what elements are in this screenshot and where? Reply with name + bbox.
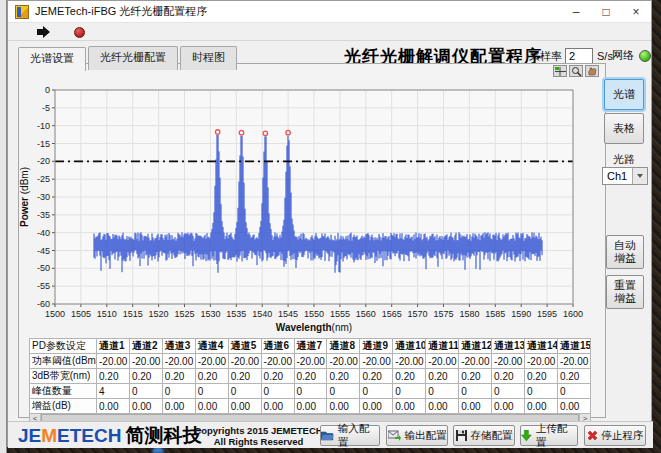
table-cell[interactable]: -20.00 <box>261 354 294 369</box>
table-cell[interactable]: 0.20 <box>327 369 360 384</box>
abort-button-icon[interactable] <box>74 27 85 38</box>
table-cell[interactable]: 0 <box>195 384 228 399</box>
auto-gain-button[interactable]: 自动 增益 <box>606 235 644 269</box>
maximize-button[interactable]: □ <box>591 1 621 23</box>
table-channel-header[interactable]: 通道12 <box>459 339 492 354</box>
table-cell[interactable]: 0.00 <box>393 399 426 414</box>
table-cell[interactable]: 0 <box>426 384 459 399</box>
import-config-button[interactable]: 输入配置 <box>320 425 380 446</box>
table-cell[interactable]: 0.20 <box>459 369 492 384</box>
view-spectrum-button[interactable]: 光谱 <box>604 79 644 110</box>
channel-select-dropdown[interactable]: Ch1 <box>602 167 648 185</box>
table-cell[interactable]: 0 <box>459 384 492 399</box>
table-cell[interactable]: 0.00 <box>97 399 130 414</box>
table-cell[interactable]: 0.20 <box>426 369 459 384</box>
table-channel-header[interactable]: 通道13 <box>492 339 525 354</box>
table-cell[interactable]: -20.00 <box>97 354 130 369</box>
table-cell[interactable]: 0.00 <box>557 399 590 414</box>
table-channel-header[interactable]: 通道11 <box>426 339 459 354</box>
table-cell[interactable]: 0.20 <box>360 369 393 384</box>
table-cell[interactable]: 0.00 <box>228 399 261 414</box>
table-cell[interactable]: 0 <box>261 384 294 399</box>
table-channel-header[interactable]: 通道5 <box>228 339 261 354</box>
table-cell[interactable]: 0.20 <box>524 369 557 384</box>
sample-rate-input[interactable] <box>565 48 593 64</box>
table-cell[interactable]: 0.00 <box>426 399 459 414</box>
table-cell[interactable]: -20.00 <box>492 354 525 369</box>
table-cell[interactable]: 0.20 <box>97 369 130 384</box>
table-channel-header[interactable]: 通道4 <box>195 339 228 354</box>
table-channel-header[interactable]: 通道1 <box>97 339 130 354</box>
table-cell[interactable]: 0 <box>393 384 426 399</box>
table-channel-header[interactable]: 通道9 <box>360 339 393 354</box>
tab-fbg-config[interactable]: 光纤光栅配置 <box>88 46 178 70</box>
table-channel-header[interactable]: 通道2 <box>129 339 162 354</box>
company-logo-part: JE <box>18 425 41 446</box>
table-cell[interactable]: 0.00 <box>360 399 393 414</box>
table-cell[interactable]: -20.00 <box>360 354 393 369</box>
title-bar[interactable]: JEMETech-iFBG 光纤光栅配置程序 – □ × <box>8 1 651 23</box>
table-cell[interactable]: -20.00 <box>557 354 590 369</box>
save-config-button[interactable]: 存储配置 <box>453 425 515 446</box>
table-cell[interactable]: 0 <box>360 384 393 399</box>
table-channel-header[interactable]: 通道8 <box>327 339 360 354</box>
table-channel-header[interactable]: 通道7 <box>294 339 327 354</box>
spectrum-graph[interactable]: 1500150515101515152015251530153515401545… <box>19 74 603 334</box>
table-cell[interactable]: -20.00 <box>524 354 557 369</box>
table-cell[interactable]: 0.00 <box>294 399 327 414</box>
table-cell[interactable]: 0 <box>492 384 525 399</box>
table-cell[interactable]: 0.20 <box>492 369 525 384</box>
table-cell[interactable]: 0.00 <box>129 399 162 414</box>
table-channel-header[interactable]: 通道10 <box>393 339 426 354</box>
reset-gain-button[interactable]: 重置 增益 <box>606 275 644 309</box>
table-cell[interactable]: 0.00 <box>492 399 525 414</box>
tab-spectrum-settings[interactable]: 光谱设置 <box>18 47 86 71</box>
table-cell[interactable]: 4 <box>97 384 130 399</box>
table-channel-header[interactable]: 通道3 <box>162 339 195 354</box>
close-button[interactable]: × <box>621 1 651 23</box>
table-cell[interactable]: -20.00 <box>129 354 162 369</box>
table-cell[interactable]: 0.00 <box>195 399 228 414</box>
table-cell[interactable]: 0.00 <box>327 399 360 414</box>
table-cell[interactable]: -20.00 <box>327 354 360 369</box>
run-arrow-icon[interactable] <box>36 26 52 39</box>
table-cell[interactable]: 0 <box>327 384 360 399</box>
table-cell[interactable]: -20.00 <box>426 354 459 369</box>
view-table-button[interactable]: 表格 <box>604 113 644 144</box>
table-cell[interactable]: 0.20 <box>261 369 294 384</box>
table-channel-header[interactable]: 通道14 <box>524 339 557 354</box>
table-cell[interactable]: -20.00 <box>162 354 195 369</box>
table-cell[interactable]: 0.20 <box>393 369 426 384</box>
table-cell[interactable]: 0.00 <box>524 399 557 414</box>
stop-program-button[interactable]: 停止程序 <box>584 425 646 446</box>
table-cell[interactable]: 0 <box>228 384 261 399</box>
table-cell[interactable]: 0.20 <box>228 369 261 384</box>
table-cell[interactable]: 0 <box>524 384 557 399</box>
folder-open-icon <box>321 430 334 441</box>
upload-config-button[interactable]: 上传配置 <box>520 425 578 446</box>
table-cell[interactable]: 0.00 <box>459 399 492 414</box>
table-channel-header[interactable]: 通道6 <box>261 339 294 354</box>
table-cell[interactable]: 0.20 <box>162 369 195 384</box>
table-cell[interactable]: -20.00 <box>228 354 261 369</box>
table-cell[interactable]: 0.00 <box>261 399 294 414</box>
table-cell[interactable]: 0 <box>294 384 327 399</box>
table-cell[interactable]: 0.20 <box>195 369 228 384</box>
table-cell[interactable]: 0.20 <box>557 369 590 384</box>
table-cell[interactable]: 0.20 <box>294 369 327 384</box>
export-config-button[interactable]: 输出配置 <box>386 425 448 446</box>
table-cell[interactable]: 0 <box>129 384 162 399</box>
table-cell[interactable]: 0.00 <box>162 399 195 414</box>
table-cell[interactable]: -20.00 <box>195 354 228 369</box>
table-cell[interactable]: -20.00 <box>393 354 426 369</box>
minimize-button[interactable]: – <box>561 1 591 23</box>
table-cell[interactable]: 0 <box>162 384 195 399</box>
table-cell[interactable]: -20.00 <box>459 354 492 369</box>
table-channel-header[interactable]: 通道15 <box>557 339 590 354</box>
svg-text:1535: 1535 <box>226 309 246 319</box>
table-cell[interactable]: -20.00 <box>294 354 327 369</box>
table-cell[interactable]: 0.20 <box>129 369 162 384</box>
chevron-down-icon[interactable] <box>632 168 647 184</box>
table-cell[interactable]: 0 <box>557 384 590 399</box>
tab-time-history[interactable]: 时程图 <box>180 46 237 70</box>
